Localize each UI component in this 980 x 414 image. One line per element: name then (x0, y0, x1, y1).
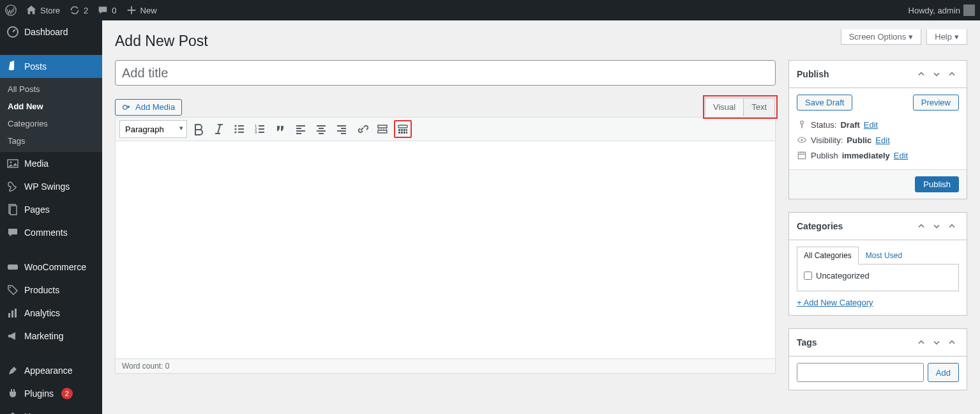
svg-rect-20 (398, 129, 400, 131)
bold-button[interactable] (190, 120, 207, 138)
move-up-icon[interactable] (914, 335, 928, 349)
add-new-category-link[interactable]: + Add New Category (797, 298, 873, 307)
move-down-icon[interactable] (930, 67, 944, 81)
tags-heading[interactable]: Tags (789, 329, 967, 356)
svg-point-7 (10, 287, 11, 288)
submenu-categories[interactable]: Categories (0, 115, 102, 132)
categories-heading[interactable]: Categories (789, 213, 967, 240)
help-button[interactable]: Help ▾ (926, 29, 967, 45)
editor-tab-visual[interactable]: Visual (705, 98, 744, 116)
menu-woocommerce[interactable]: WooCommerce (0, 256, 102, 279)
visibility-row: Visibility: Public Edit (797, 132, 959, 148)
svg-point-15 (235, 132, 237, 134)
save-draft-button[interactable]: Save Draft (797, 95, 852, 111)
align-left-button[interactable] (292, 120, 310, 138)
link-button[interactable] (353, 120, 371, 138)
align-center-button[interactable] (312, 120, 330, 138)
toggle-icon[interactable] (945, 67, 959, 81)
updates-count: 2 (84, 6, 88, 15)
menu-users[interactable]: Users (0, 405, 102, 414)
tags-add-button[interactable]: Add (928, 363, 959, 382)
status-row: Status: Draft Edit (797, 117, 959, 132)
category-tab-used[interactable]: Most Used (859, 247, 909, 264)
site-name-link[interactable]: Store (26, 4, 60, 16)
svg-rect-22 (403, 129, 405, 131)
chevron-down-icon: ▾ (908, 32, 913, 42)
quote-button[interactable] (271, 120, 289, 138)
numbered-list-button[interactable]: 123 (251, 120, 269, 138)
preview-button[interactable]: Preview (913, 95, 959, 111)
menu-comments[interactable]: Comments (0, 221, 102, 244)
menu-dashboard[interactable]: Dashboard (0, 20, 102, 43)
menu-label: Users (24, 411, 48, 414)
editor-tab-text[interactable]: Text (743, 98, 775, 116)
svg-rect-27 (406, 132, 407, 134)
move-up-icon[interactable] (914, 219, 928, 233)
main-content: Screen Options ▾ Help ▾ Add New Post Add… (102, 0, 980, 414)
submenu-all-posts[interactable]: All Posts (0, 80, 102, 98)
edit-status-link[interactable]: Edit (864, 120, 878, 130)
svg-rect-6 (8, 264, 18, 270)
svg-rect-19 (398, 125, 407, 128)
site-name-label: Store (40, 6, 60, 15)
move-down-icon[interactable] (930, 219, 944, 233)
move-down-icon[interactable] (930, 335, 944, 349)
svg-point-3 (10, 162, 12, 164)
menu-label: Products (24, 285, 59, 295)
tags-input[interactable] (797, 363, 924, 382)
updates-link[interactable]: 2 (69, 4, 88, 16)
submenu-add-new[interactable]: Add New (0, 98, 102, 115)
toggle-icon[interactable] (945, 219, 959, 233)
menu-analytics[interactable]: Analytics (0, 302, 102, 325)
svg-rect-26 (403, 132, 405, 134)
add-media-label: Add Media (135, 102, 175, 112)
readmore-button[interactable] (373, 120, 391, 138)
category-checkbox[interactable] (804, 272, 812, 280)
screen-options-label: Screen Options (849, 32, 907, 42)
post-title-input[interactable] (115, 60, 776, 86)
menu-label: Appearance (24, 365, 73, 376)
submenu-tags[interactable]: Tags (0, 132, 102, 150)
svg-point-13 (235, 125, 237, 127)
add-media-button[interactable]: Add Media (115, 99, 182, 116)
screen-options-button[interactable]: Screen Options ▾ (841, 29, 922, 45)
publish-heading[interactable]: Publish (789, 61, 967, 88)
edit-schedule-link[interactable]: Edit (894, 151, 908, 160)
menu-media[interactable]: Media (0, 152, 102, 175)
menu-pages[interactable]: Pages (0, 198, 102, 221)
categories-title-label: Categories (797, 221, 843, 231)
new-content-link[interactable]: New (126, 4, 157, 16)
menu-appearance[interactable]: Appearance (0, 359, 102, 382)
italic-button[interactable] (210, 120, 228, 138)
howdy-link[interactable]: Howdy, admin (908, 4, 975, 16)
menu-plugins[interactable]: Plugins2 (0, 382, 102, 405)
menu-label: Pages (24, 204, 50, 215)
editor-content[interactable] (116, 141, 775, 358)
menu-posts[interactable]: Posts (0, 55, 102, 78)
toolbar-toggle-button[interactable] (394, 120, 412, 138)
categories-postbox: Categories All Categories Most Used (788, 212, 967, 316)
plugins-badge: 2 (61, 388, 73, 399)
tags-postbox: Tags Add (788, 328, 967, 390)
edit-visibility-link[interactable]: Edit (875, 135, 889, 145)
format-select[interactable]: Paragraph (119, 120, 187, 138)
comments-link[interactable]: 0 (97, 4, 116, 16)
align-right-button[interactable] (333, 120, 351, 138)
category-tab-all[interactable]: All Categories (797, 247, 859, 264)
category-item[interactable]: Uncategorized (804, 271, 952, 280)
svg-point-12 (123, 105, 127, 109)
wp-logo-icon[interactable] (5, 4, 17, 16)
menu-wpswings[interactable]: WP Swings (0, 175, 102, 198)
menu-label: WooCommerce (24, 262, 86, 272)
category-list: Uncategorized (797, 264, 959, 291)
svg-point-14 (235, 128, 237, 130)
menu-products[interactable]: Products (0, 279, 102, 302)
menu-label: Posts (24, 61, 47, 72)
bullet-list-button[interactable] (230, 120, 248, 138)
toggle-icon[interactable] (945, 335, 959, 349)
editor-tabs-highlight: Visual Text (705, 97, 776, 117)
menu-marketing[interactable]: Marketing (0, 325, 102, 348)
move-up-icon[interactable] (914, 67, 928, 81)
publish-button[interactable]: Publish (915, 176, 959, 192)
chevron-down-icon: ▾ (954, 32, 959, 42)
